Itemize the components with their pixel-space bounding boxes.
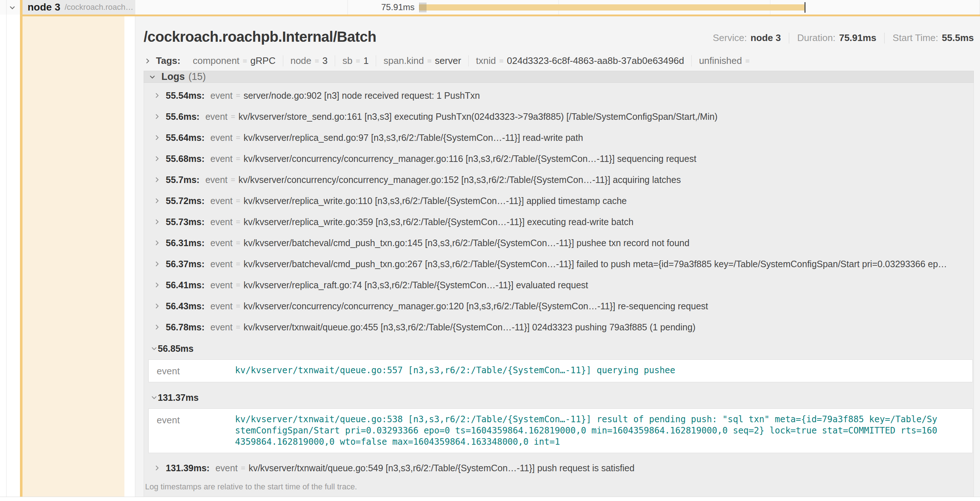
log-row[interactable]: 55.68ms: event = kv/kvserver/concurrency…	[144, 148, 974, 169]
tag-value: server	[435, 55, 461, 67]
start-time-value: 55.5ms	[942, 32, 974, 43]
tag-item: txnid = 024d3323-6c8f-4863-aa8b-37ab0e63…	[468, 55, 691, 67]
chevron-down-icon	[151, 345, 158, 352]
tag-value: 3	[323, 55, 328, 67]
log-value: kv/kvserver/concurrency/concurrency_mana…	[243, 301, 708, 311]
span-timeline-row: node 3 /cockroach.roach… 75.91ms	[0, 0, 980, 14]
span-duration-bar[interactable]	[419, 4, 805, 11]
log-row[interactable]: 56.78ms: event = kv/kvserver/txnwait/que…	[144, 317, 974, 338]
tag-key: span.kind	[383, 55, 424, 67]
log-value: kv/kvserver/replica_raft.go:74 [n3,s3,r6…	[243, 280, 588, 290]
chevron-right-icon	[153, 197, 161, 204]
chevron-down-icon[interactable]	[8, 3, 17, 12]
chevron-down-icon	[151, 394, 158, 401]
equals-sign: =	[236, 91, 240, 100]
log-row[interactable]: 56.41ms: event = kv/kvserver/replica_raf…	[144, 274, 974, 295]
log-field-name: event	[157, 414, 235, 448]
equals-sign: =	[499, 57, 503, 65]
log-field-name: event	[205, 112, 228, 122]
log-timestamp: 55.7ms:	[166, 175, 199, 185]
log-row[interactable]: 131.39ms: event = kv/kvserver/txnwait/qu…	[144, 458, 974, 479]
equals-sign: =	[236, 196, 240, 205]
log-timestamp: 56.41ms:	[166, 280, 205, 290]
log-row[interactable]: 56.37ms: event = kv/kvserver/batcheval/c…	[144, 254, 974, 274]
span-duration-label: 75.91ms	[381, 0, 415, 14]
log-row[interactable]: 56.31ms: event = kv/kvserver/batcheval/c…	[144, 232, 974, 254]
span-name-tab[interactable]: node 3 /cockroach.roach…	[22, 0, 135, 14]
log-value: kv/kvserver/batcheval/cmd_push_txn.go:14…	[243, 238, 689, 248]
span-operation-name: /cockroach.roach…	[65, 3, 134, 12]
tag-item: node = 3	[283, 55, 335, 67]
log-field-name: event	[210, 238, 232, 248]
log-row[interactable]: 55.64ms: event = kv/kvserver/replica_sen…	[144, 127, 974, 148]
logs-list: 55.54ms: event = server/node.go:902 [n3]…	[144, 83, 974, 497]
tags-section-header[interactable]: Tags: component = gRPC node = 3 sb = 1 s…	[144, 55, 974, 67]
log-row-expanded-header[interactable]: 56.85ms	[144, 338, 974, 359]
service-label: Service:	[713, 32, 747, 43]
tag-value: gRPC	[250, 55, 275, 67]
log-row[interactable]: 55.72ms: event = kv/kvserver/replica_wri…	[144, 190, 974, 211]
log-detail-card: event kv/kvserver/txnwait/queue.go:538 […	[148, 408, 973, 453]
chevron-right-icon	[144, 57, 152, 65]
equals-sign: =	[241, 464, 245, 472]
log-value: kv/kvserver/txnwait/queue.go:455 [n3,s3,…	[243, 322, 695, 333]
logs-section-header[interactable]: Logs (15)	[144, 71, 974, 83]
log-row[interactable]: 56.43ms: event = kv/kvserver/concurrency…	[144, 295, 974, 317]
timeline-gridline	[979, 0, 980, 14]
equals-sign: =	[356, 57, 360, 65]
log-timestamp: 131.37ms	[158, 393, 199, 403]
log-marker	[423, 3, 423, 12]
log-row[interactable]: 55.6ms: event = kv/kvserver/store_send.g…	[144, 106, 974, 127]
meta-divider	[884, 33, 885, 43]
duration-value: 75.91ms	[839, 32, 876, 43]
log-row-expanded-header[interactable]: 131.37ms	[144, 387, 974, 408]
start-time-label: Start Time:	[892, 32, 938, 43]
log-value: kv/kvserver/store_send.go:161 [n3,s3] ex…	[239, 112, 718, 122]
log-value-detail: kv/kvserver/txnwait/queue.go:538 [n3,s3,…	[235, 414, 942, 448]
tag-item: unfinished =	[691, 55, 760, 67]
log-timestamp: 56.43ms:	[166, 301, 205, 311]
equals-sign: =	[236, 281, 240, 289]
tag-key: unfinished	[699, 55, 742, 67]
logs-title: Logs	[161, 71, 185, 82]
log-field-name: event	[210, 280, 232, 290]
tree-column-divider	[6, 0, 6, 497]
log-marker	[426, 3, 426, 12]
chevron-right-icon	[153, 176, 161, 183]
log-marker	[422, 3, 422, 12]
tags-list: component = gRPC node = 3 sb = 1 span.ki…	[185, 55, 760, 67]
log-value: kv/kvserver/replica_write.go:110 [n3,s3,…	[243, 196, 627, 206]
log-row[interactable]: 55.73ms: event = kv/kvserver/replica_wri…	[144, 211, 974, 232]
log-value-detail: kv/kvserver/txnwait/queue.go:557 [n3,s3,…	[235, 365, 942, 377]
equals-sign: =	[231, 176, 235, 184]
logs-footer-note: Log timestamps are relative to the start…	[144, 479, 974, 497]
log-timestamp: 55.6ms:	[166, 112, 199, 122]
log-marker	[420, 3, 421, 12]
chevron-right-icon	[153, 239, 161, 247]
detail-header-meta: Service: node 3 Duration: 75.91ms Start …	[713, 32, 974, 45]
equals-sign: =	[231, 112, 235, 121]
chevron-right-icon	[153, 113, 161, 120]
equals-sign: =	[315, 57, 319, 65]
log-value: kv/kvserver/replica_write.go:359 [n3,s3,…	[243, 217, 633, 227]
equals-sign: =	[236, 239, 240, 247]
detail-row-left-panel	[22, 16, 124, 497]
log-row[interactable]: 55.54ms: event = server/node.go:902 [n3]…	[144, 85, 974, 106]
log-field-name: event	[210, 217, 232, 227]
equals-sign: =	[236, 260, 240, 268]
log-detail-card: event kv/kvserver/txnwait/queue.go:557 […	[148, 359, 973, 382]
tag-key: node	[291, 55, 312, 67]
log-row[interactable]: 55.7ms: event = kv/kvserver/concurrency/…	[144, 169, 974, 190]
tag-item: sb = 1	[335, 55, 376, 67]
log-timestamp: 55.68ms:	[166, 153, 205, 164]
equals-sign: =	[236, 323, 240, 332]
duration-label: Duration:	[797, 32, 836, 43]
tag-key: txnid	[476, 55, 496, 67]
log-timestamp: 55.64ms:	[166, 132, 205, 143]
chevron-down-icon	[148, 73, 156, 81]
page-title: /cockroach.roachpb.Internal/Batch	[144, 29, 376, 45]
log-field-name: event	[210, 301, 232, 311]
log-value: kv/kvserver/batcheval/cmd_push_txn.go:26…	[243, 259, 947, 270]
log-value: kv/kvserver/txnwait/queue.go:549 [n3,s3,…	[248, 463, 634, 474]
equals-sign: =	[236, 217, 240, 226]
